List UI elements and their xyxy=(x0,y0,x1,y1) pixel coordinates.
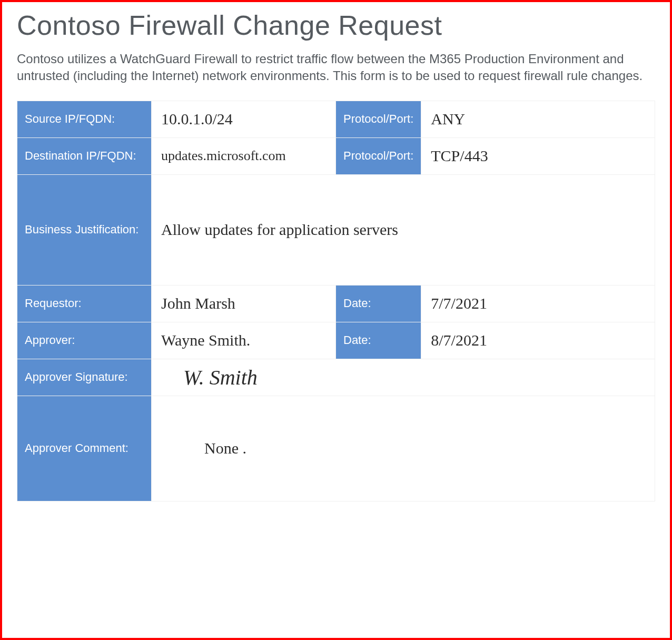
value-approver-date: 8/7/2021 xyxy=(421,322,655,359)
row-approver: Approver: Wayne Smith. Date: 8/7/2021 xyxy=(17,322,655,359)
value-dest-ip: updates.microsoft.com xyxy=(152,137,336,174)
label-approver-date: Date: xyxy=(336,322,421,359)
value-requestor-date: 7/7/2021 xyxy=(421,285,655,322)
label-approver: Approver: xyxy=(17,322,152,359)
document-title: Contoso Firewall Change Request xyxy=(17,9,655,41)
value-approver-comment: None . xyxy=(152,396,655,501)
value-justification: Allow updates for application servers xyxy=(152,174,655,285)
label-source-ip: Source IP/FQDN: xyxy=(17,101,152,137)
label-dest-port: Protocol/Port: xyxy=(336,137,421,174)
row-source: Source IP/FQDN: 10.0.1.0/24 Protocol/Por… xyxy=(17,101,655,137)
label-requestor: Requestor: xyxy=(17,285,152,322)
value-approver-signature: W. Smith xyxy=(152,359,655,396)
change-request-form: Source IP/FQDN: 10.0.1.0/24 Protocol/Por… xyxy=(17,101,655,501)
row-approver-signature: Approver Signature: W. Smith xyxy=(17,359,655,396)
label-source-port: Protocol/Port: xyxy=(336,101,421,137)
value-dest-port: TCP/443 xyxy=(421,137,655,174)
label-dest-ip: Destination IP/FQDN: xyxy=(17,137,152,174)
row-approver-comment: Approver Comment: None . xyxy=(17,396,655,501)
row-requestor: Requestor: John Marsh Date: 7/7/2021 xyxy=(17,285,655,322)
label-approver-comment: Approver Comment: xyxy=(17,396,152,501)
document-intro: Contoso utilizes a WatchGuard Firewall t… xyxy=(17,51,649,85)
value-requestor: John Marsh xyxy=(152,285,336,322)
label-justification: Business Justification: xyxy=(17,174,152,285)
row-justification: Business Justification: Allow updates fo… xyxy=(17,174,655,285)
label-approver-signature: Approver Signature: xyxy=(17,359,152,396)
label-requestor-date: Date: xyxy=(336,285,421,322)
value-source-ip: 10.0.1.0/24 xyxy=(152,101,336,137)
row-destination: Destination IP/FQDN: updates.microsoft.c… xyxy=(17,137,655,174)
value-source-port: ANY xyxy=(421,101,655,137)
value-approver: Wayne Smith. xyxy=(152,322,336,359)
document-frame: Contoso Firewall Change Request Contoso … xyxy=(0,0,672,640)
